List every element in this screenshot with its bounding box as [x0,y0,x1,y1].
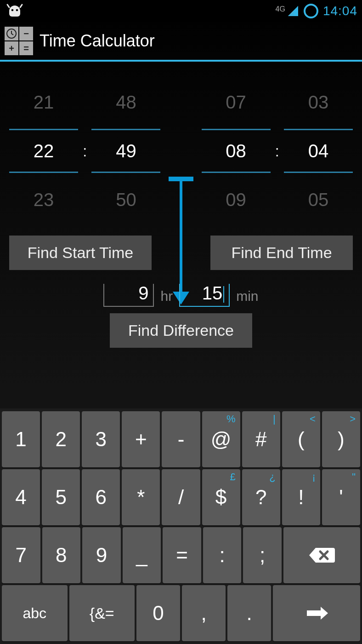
end-minute-wheel[interactable]: 03 04 05 [284,80,353,222]
key-8[interactable]: 8 [42,527,81,583]
key-$[interactable]: £$ [202,469,240,525]
key-1[interactable]: 1 [2,411,40,467]
key-'[interactable]: "' [322,469,360,525]
key-period[interactable]: . [227,585,271,641]
wheel-value-prev: 21 [9,80,78,124]
key-6[interactable]: 6 [82,469,120,525]
equals-icon: = [19,41,33,55]
wheel-value-prev: 07 [202,80,271,124]
start-minute-wheel[interactable]: 48 49 50 [91,80,160,222]
time-separator: : [83,142,87,160]
key--[interactable]: - [162,411,200,467]
clock-icon [5,27,18,40]
wheel-value-prev: 03 [284,80,353,124]
app-title: Time Calculator [40,31,155,51]
key-@[interactable]: %@ [202,411,240,467]
key-/[interactable]: / [162,469,200,525]
key-=[interactable]: = [163,527,201,583]
minutes-label: min [236,288,258,307]
wheel-value-selected: 22 [9,129,78,173]
key-+[interactable]: + [122,411,160,467]
end-time-picker: 07 08 09 : 03 04 05 [202,80,353,222]
hours-label: hr [160,288,173,307]
status-clock: 14:04 [323,4,357,18]
wheel-value-prev: 48 [91,80,160,124]
status-bar: 4G 14:04 [0,0,362,22]
wheel-value-next: 05 [284,178,353,222]
sync-ring-icon [304,4,318,18]
duration-minutes-input[interactable]: 15 [179,284,230,307]
key-5[interactable]: 5 [42,469,80,525]
key-#[interactable]: |# [242,411,280,467]
enter-key[interactable] [273,585,360,641]
network-indicator: 4G [276,5,299,17]
wheel-value-next: 09 [202,178,271,222]
key-([interactable]: <( [282,411,320,467]
mode-abc-key[interactable]: abc [2,585,68,641]
start-hour-wheel[interactable]: 21 22 23 [9,80,78,222]
key-)[interactable]: >) [322,411,360,467]
key-4[interactable]: 4 [2,469,40,525]
svg-point-1 [16,9,18,12]
find-difference-button[interactable]: Find Difference [110,313,252,348]
find-start-time-button[interactable]: Find Start Time [9,236,152,270]
find-end-time-button[interactable]: Find End Time [210,236,353,270]
wheel-value-selected: 04 [284,129,353,173]
svg-marker-3 [307,607,328,620]
wheel-value-next: 50 [91,178,160,222]
key-3[interactable]: 3 [82,411,120,467]
wheel-value-selected: 49 [91,129,160,173]
key-7[interactable]: 7 [2,527,40,583]
key-2[interactable]: 2 [42,411,80,467]
soft-keyboard: 123+-%@|#<(>) 456*/£$¿?¡!"' 789_=:; abc{… [0,408,362,644]
mode-symbols-key[interactable]: {&= [69,585,135,641]
end-hour-wheel[interactable]: 07 08 09 [202,80,271,222]
plus-icon: + [5,41,18,55]
svg-point-0 [11,9,14,12]
key-comma[interactable]: , [182,585,226,641]
time-separator: : [275,142,279,160]
key-0[interactable]: 0 [136,585,180,641]
key-9[interactable]: 9 [82,527,121,583]
key-*[interactable]: * [122,469,160,525]
minus-icon: − [19,27,33,40]
key-;[interactable]: ; [243,527,282,583]
duration-hours-input[interactable]: 9 [103,284,154,307]
os-logo-icon [5,3,25,19]
action-bar: − + = Time Calculator [0,22,362,62]
start-time-picker: 21 22 23 : 48 49 50 [9,80,160,222]
wheel-value-next: 23 [9,178,78,222]
key-:[interactable]: : [203,527,242,583]
app-icon: − + = [5,27,33,55]
key-_[interactable]: _ [123,527,161,583]
key-?[interactable]: ¿? [242,469,280,525]
backspace-key[interactable] [283,527,360,583]
key-![interactable]: ¡! [282,469,320,525]
wheel-value-selected: 08 [202,129,271,173]
